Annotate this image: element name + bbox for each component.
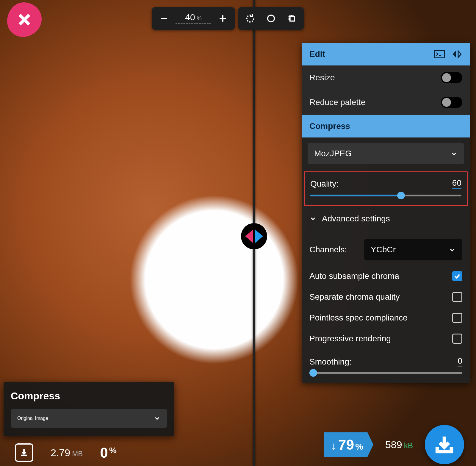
output-stats: ↓ 79 % 589kB	[324, 425, 464, 464]
edit-header-label: Edit	[309, 49, 325, 59]
advanced-toggle[interactable]: Advanced settings	[302, 208, 470, 229]
rotate-button[interactable]	[240, 9, 261, 28]
source-select[interactable]: Original Image	[11, 409, 167, 428]
quality-slider-thumb[interactable]	[397, 192, 405, 199]
triangle-right-icon	[255, 230, 263, 243]
spec-compliance-row: Pointless spec compliance	[309, 307, 462, 328]
svg-rect-1	[290, 17, 295, 21]
smoothing-value[interactable]: 0	[458, 356, 462, 367]
download-output-button[interactable]	[425, 425, 464, 464]
progressive-row: Progressive rendering	[309, 328, 462, 349]
down-arrow-icon: ↓	[331, 440, 336, 452]
zoom-out-button[interactable]	[154, 9, 174, 28]
auto-subsample-row: Auto subsample chroma	[309, 266, 462, 287]
resize-label: Resize	[309, 73, 335, 82]
reduce-palette-label: Reduce palette	[309, 98, 365, 107]
quality-value[interactable]: 60	[452, 178, 461, 189]
svg-point-0	[268, 15, 275, 22]
separate-chroma-label: Separate chroma quality	[309, 292, 400, 302]
image-compare-canvas[interactable]: 40 % Edit	[0, 0, 476, 466]
channels-label: Channels:	[309, 245, 347, 254]
zoom-group: 40 %	[152, 7, 235, 30]
progressive-label: Progressive rendering	[309, 334, 391, 343]
original-pct-value: 0	[100, 445, 108, 461]
close-button[interactable]	[7, 2, 42, 37]
zoom-in-button[interactable]	[212, 9, 233, 28]
edit-panel: Edit Resize Reduce palette Compress	[302, 43, 470, 383]
resize-toggle[interactable]	[441, 72, 462, 83]
chevron-down-icon	[154, 415, 161, 422]
quality-slider-fill	[310, 195, 401, 196]
quality-slider[interactable]	[310, 195, 461, 196]
advanced-label: Advanced settings	[322, 214, 390, 223]
original-size-value: 2.79	[51, 447, 70, 458]
zoom-value[interactable]: 40 %	[176, 12, 211, 24]
reduction-badge: ↓ 79 %	[324, 432, 373, 457]
zoom-unit: %	[197, 15, 202, 22]
auto-subsample-label: Auto subsample chroma	[309, 271, 399, 281]
quality-highlight: Quality: 60	[304, 171, 468, 206]
advanced-section: Channels: YCbCr Auto subsample chroma Se…	[302, 229, 470, 353]
chevron-down-icon	[309, 215, 317, 222]
source-value: Original Image	[17, 416, 48, 421]
zoom-number: 40	[185, 12, 195, 22]
smoothing-slider[interactable]	[309, 372, 462, 374]
smoothing-label: Smoothing:	[309, 357, 352, 367]
quality-label: Quality:	[310, 179, 339, 189]
crop-button[interactable]	[281, 9, 302, 28]
smoothing-section: Smoothing: 0	[302, 353, 470, 383]
original-pct-unit: %	[109, 446, 117, 455]
spec-compliance-checkbox[interactable]	[452, 313, 462, 323]
channels-value: YCbCr	[371, 245, 396, 254]
download-icon	[20, 448, 28, 457]
output-size-value: 589	[385, 439, 402, 450]
separate-chroma-checkbox[interactable]	[452, 292, 462, 302]
codec-value: MozJPEG	[314, 149, 352, 158]
circle-icon	[267, 14, 275, 23]
background-toggle-button[interactable]	[261, 9, 281, 28]
compare-handle[interactable]	[241, 223, 267, 249]
smoothing-slider-thumb[interactable]	[309, 369, 317, 377]
cli-icon[interactable]	[434, 50, 445, 58]
minus-icon	[159, 14, 169, 23]
check-icon	[454, 273, 461, 279]
reduction-value: 79	[338, 437, 354, 453]
output-size: 589kB	[385, 439, 413, 451]
crop-icon	[287, 14, 296, 23]
codec-row: MozJPEG	[302, 137, 470, 170]
left-card-header: Compress	[11, 390, 167, 402]
reduce-palette-row: Reduce palette	[302, 90, 470, 115]
reduction-unit: %	[355, 442, 363, 452]
chevron-down-icon	[450, 150, 458, 157]
resize-row: Resize	[302, 65, 470, 90]
auto-subsample-checkbox[interactable]	[452, 271, 462, 281]
spec-compliance-label: Pointless spec compliance	[309, 313, 408, 323]
download-original-button[interactable]	[15, 443, 33, 462]
rotate-icon	[245, 13, 255, 24]
download-icon	[434, 434, 455, 455]
plus-icon	[218, 14, 228, 23]
channels-select[interactable]: YCbCr	[364, 239, 462, 260]
triangle-left-icon	[245, 230, 253, 243]
channels-row: Channels: YCbCr	[309, 234, 462, 266]
edit-panel-header: Edit	[302, 43, 470, 65]
progressive-checkbox[interactable]	[452, 334, 462, 344]
original-stats: 2.79MB 0%	[15, 443, 117, 462]
compress-header: Compress	[302, 115, 470, 137]
reduce-palette-toggle[interactable]	[441, 97, 462, 108]
output-size-unit: kB	[404, 441, 413, 450]
left-compress-card: Compress Original Image	[4, 382, 174, 436]
original-size-unit: MB	[72, 450, 83, 458]
top-toolbar: 40 %	[152, 7, 304, 30]
chevron-down-icon	[449, 246, 456, 253]
separate-chroma-row: Separate chroma quality	[309, 287, 462, 307]
transform-group	[238, 7, 304, 30]
copy-settings-icon[interactable]	[452, 50, 462, 59]
svg-rect-2	[435, 51, 445, 58]
codec-select[interactable]: MozJPEG	[308, 143, 464, 164]
close-icon	[17, 12, 32, 27]
original-pct: 0%	[100, 445, 117, 461]
original-size: 2.79MB	[51, 447, 83, 459]
